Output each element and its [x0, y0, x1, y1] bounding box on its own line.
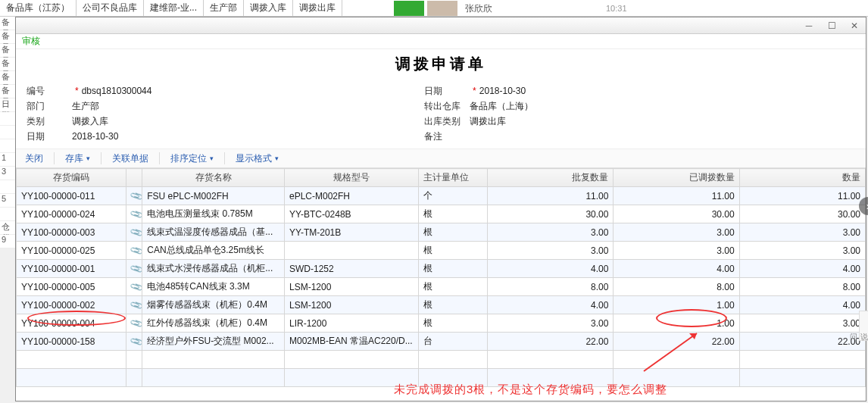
table-row[interactable]: YY100-00000-025📎CAN总线成品单仓3.25m线长根3.003.0…	[17, 242, 866, 260]
cell-spec[interactable]: LSM-1200	[284, 278, 418, 296]
col-attach[interactable]	[126, 169, 142, 187]
out-wh-value[interactable]: 备品库（上海）	[470, 100, 533, 113]
cell-name[interactable]: 红外传感器线束（机柜）0.4M	[142, 314, 285, 333]
cell-code[interactable]: YY100-00000-005	[17, 278, 126, 296]
col-trans-qty[interactable]: 已调拨数量	[614, 169, 739, 187]
cell-code[interactable]: YY100-00000-025	[17, 242, 126, 260]
cell-spec[interactable]	[284, 242, 418, 260]
cell-name[interactable]: 线束式温湿度传感器成品（基...	[142, 223, 285, 242]
dept-value[interactable]: 生产部	[72, 100, 99, 113]
table-row[interactable]: YY100-00000-004📎红外传感器线束（机柜）0.4MLIR-1200根…	[17, 314, 866, 333]
cell-code[interactable]: YY100-00000-003	[17, 223, 126, 242]
table-row[interactable]: YY100-00000-005📎电池485转CAN线束 3.3MLSM-1200…	[17, 278, 866, 296]
date-value[interactable]: 2018-10-30	[479, 86, 526, 96]
out-cat-value[interactable]: 调拨出库	[470, 115, 506, 128]
toolbar-sort[interactable]: 排序定位	[166, 151, 218, 167]
cell-name[interactable]: 经济型户外FSU-交流型 M002...	[142, 333, 285, 351]
minimize-button[interactable]: ─	[798, 17, 820, 33]
cell-code[interactable]: YY100-00000-004	[17, 314, 126, 333]
paperclip-icon[interactable]: 📎	[126, 278, 142, 296]
col-spec[interactable]: 规格型号	[284, 169, 418, 187]
cell-qty[interactable]: 11.00	[739, 187, 865, 205]
cell-trans-qty[interactable]: 30.00	[614, 205, 739, 223]
maximize-button[interactable]: ☐	[820, 17, 843, 33]
cell-qty[interactable]: 3.00	[739, 223, 865, 242]
col-name[interactable]: 存货名称	[142, 169, 285, 187]
table-row[interactable]: YY100-00000-011📎FSU ePLC-M002FHePLC-M002…	[17, 187, 866, 205]
cell-unit[interactable]: 个	[418, 187, 487, 205]
cell-spec[interactable]: LIR-1200	[284, 314, 418, 333]
cell-unit[interactable]: 根	[418, 260, 487, 278]
cell-trans-qty[interactable]: 22.00	[614, 333, 739, 351]
cell-qty[interactable]: 3.00	[739, 314, 865, 333]
col-code[interactable]: 存货编码	[17, 169, 126, 187]
bg-tab[interactable]: 调拨入库	[244, 0, 293, 16]
cell-qty[interactable]: 8.00	[739, 278, 865, 296]
cell-name[interactable]: CAN总线成品单仓3.25m线长	[142, 242, 285, 260]
table-row[interactable]: YY100-00000-001📎线束式水浸传感器成品（机柜...SWD-1252…	[17, 260, 866, 278]
cell-code[interactable]: YY100-00000-001	[17, 260, 126, 278]
approve-link[interactable]: 审核	[22, 35, 40, 48]
grid[interactable]: 存货编码 存货名称 规格型号 主计量单位 批复数量 已调拨数量 数量 YY100…	[16, 168, 866, 401]
bg-tab[interactable]: 公司不良品库	[76, 0, 144, 16]
cell-spec[interactable]: ePLC-M002FH	[284, 187, 418, 205]
cell-approve-qty[interactable]: 4.00	[488, 260, 614, 278]
cell-name[interactable]: 电池电压测量线束 0.785M	[142, 205, 285, 223]
cell-trans-qty[interactable]: 8.00	[614, 278, 739, 296]
cell-name[interactable]: 电池485转CAN线束 3.3M	[142, 278, 285, 296]
toolbar-related[interactable]: 关联单据	[108, 151, 153, 167]
cell-qty[interactable]: 30.00	[739, 205, 865, 223]
cell-trans-qty[interactable]: 1.00	[614, 296, 739, 314]
bg-tab[interactable]: 调拨出库	[293, 0, 342, 16]
code-value[interactable]: dbsq1810300044	[82, 86, 152, 96]
cell-approve-qty[interactable]: 3.00	[488, 314, 614, 333]
bg-tab[interactable]: 建维部-业...	[144, 0, 204, 16]
paperclip-icon[interactable]: 📎	[126, 333, 142, 351]
cell-qty[interactable]: 22.00	[739, 333, 865, 351]
col-unit[interactable]: 主计量单位	[418, 169, 487, 187]
cell-approve-qty[interactable]: 22.00	[488, 333, 614, 351]
cell-trans-qty[interactable]: 11.00	[614, 187, 739, 205]
cell-spec[interactable]: M002MB-EAN 常温AC220/D...	[284, 333, 418, 351]
cell-code[interactable]: YY100-00000-011	[17, 187, 126, 205]
toolbar-close[interactable]: 关闭	[20, 151, 48, 167]
cell-code[interactable]: YY100-00000-002	[17, 296, 126, 314]
col-qty[interactable]: 数量	[739, 169, 865, 187]
cell-qty[interactable]: 4.00	[739, 260, 865, 278]
cell-code[interactable]: YY100-00000-024	[17, 205, 126, 223]
cell-approve-qty[interactable]: 3.00	[488, 242, 614, 260]
cell-name[interactable]: 线束式水浸传感器成品（机柜...	[142, 260, 285, 278]
table-row[interactable]: YY100-00000-003📎线束式温湿度传感器成品（基...YY-TM-20…	[17, 223, 866, 242]
cell-unit[interactable]: 根	[418, 242, 487, 260]
close-button[interactable]: ✕	[843, 17, 866, 33]
cell-name[interactable]: 烟雾传感器线束（机柜）0.4M	[142, 296, 285, 314]
bg-tab[interactable]: 生产部	[204, 0, 244, 16]
cell-unit[interactable]: 根	[418, 223, 487, 242]
in-cat-value[interactable]: 调拨入库	[72, 115, 108, 128]
cell-trans-qty[interactable]: 1.00	[614, 314, 739, 333]
cell-unit[interactable]: 根	[418, 314, 487, 333]
cell-unit[interactable]: 根	[418, 205, 487, 223]
cell-spec[interactable]: YY-BTC-0248B	[284, 205, 418, 223]
table-row-empty[interactable]	[17, 351, 866, 369]
col-approve-qty[interactable]: 批复数量	[488, 169, 614, 187]
paperclip-icon[interactable]: 📎	[126, 205, 142, 223]
paperclip-icon[interactable]: 📎	[126, 242, 142, 260]
bg-tab[interactable]: 备品库（江苏）	[0, 0, 76, 16]
cell-name[interactable]: FSU ePLC-M002FH	[142, 187, 285, 205]
paperclip-icon[interactable]: 📎	[126, 187, 142, 205]
paperclip-icon[interactable]: 📎	[126, 223, 142, 242]
cell-trans-qty[interactable]: 3.00	[614, 223, 739, 242]
cell-approve-qty[interactable]: 8.00	[488, 278, 614, 296]
table-row[interactable]: YY100-00000-002📎烟雾传感器线束（机柜）0.4MLSM-1200根…	[17, 296, 866, 314]
cell-trans-qty[interactable]: 4.00	[614, 260, 739, 278]
cell-approve-qty[interactable]: 3.00	[488, 223, 614, 242]
cell-spec[interactable]: SWD-1252	[284, 260, 418, 278]
cell-code[interactable]: YY100-00000-158	[17, 333, 126, 351]
paperclip-icon[interactable]: 📎	[126, 260, 142, 278]
cell-qty[interactable]: 3.00	[739, 242, 865, 260]
table-row[interactable]: YY100-00000-158📎经济型户外FSU-交流型 M002...M002…	[17, 333, 866, 351]
cell-spec[interactable]: LSM-1200	[284, 296, 418, 314]
cell-unit[interactable]: 根	[418, 278, 487, 296]
cell-approve-qty[interactable]: 4.00	[488, 296, 614, 314]
